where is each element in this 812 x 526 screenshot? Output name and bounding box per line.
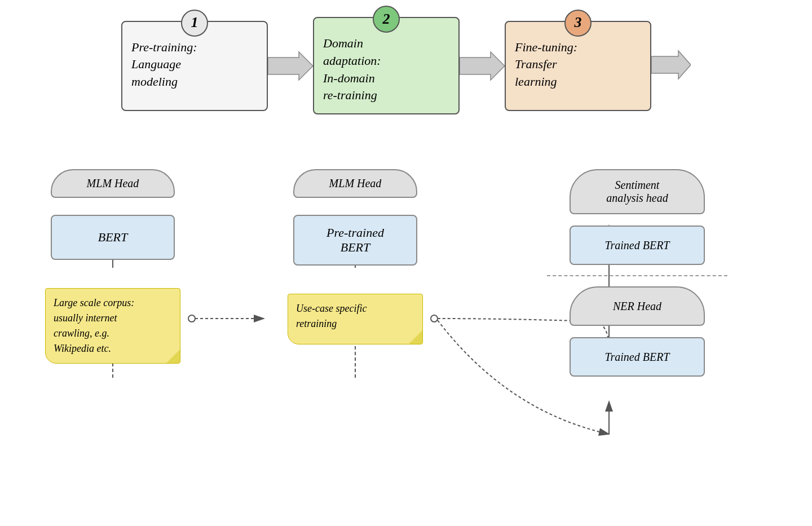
spacer xyxy=(541,326,733,337)
spacer xyxy=(34,198,192,215)
col3-ner-head: NER Head xyxy=(570,286,705,326)
bottom-section: MLM Head BERT Large scale corpus: usuall… xyxy=(0,158,812,526)
col1-corpus-text: Large scale corpus: usually internet cra… xyxy=(54,297,134,354)
stage1-badge: 1 xyxy=(181,10,208,37)
top-row: 1 Pre-training: Language modeling 2 Doma… xyxy=(0,17,812,114)
svg-marker-2 xyxy=(651,51,691,79)
stage1-box: 1 Pre-training: Language modeling xyxy=(121,21,268,111)
arrow-svg xyxy=(268,49,313,83)
arrow-svg-3 xyxy=(651,48,691,82)
col3-bottom-group: NER Head Trained BERT xyxy=(541,286,733,377)
svg-marker-1 xyxy=(460,52,505,80)
spacer2 xyxy=(271,266,440,294)
col3-trained-bert-bottom-label: Trained BERT xyxy=(604,351,669,364)
stage-2: 2 Domain adaptation: In-domain re-traini… xyxy=(313,17,460,114)
stage2-badge: 2 xyxy=(373,6,400,33)
stage-1: 1 Pre-training: Language modeling xyxy=(121,21,268,111)
col3-trained-bert-top: Trained BERT xyxy=(570,226,705,265)
col3-separator xyxy=(547,275,727,276)
stage-3: 3 Fine-tuning: Transfer learning xyxy=(505,21,691,111)
col2-corpus-text: Use-case specific retraining xyxy=(296,303,367,329)
col1-bert: BERT xyxy=(51,215,175,260)
spacer xyxy=(271,198,440,215)
stage3-box: 3 Fine-tuning: Transfer learning xyxy=(505,21,651,111)
col2-bert-label: Pre-trained BERT xyxy=(326,226,384,255)
col3-trained-bert-bottom: Trained BERT xyxy=(570,337,705,377)
col1-bert-label: BERT xyxy=(98,230,128,245)
arrow-2-3 xyxy=(460,49,505,83)
col2-bert: Pre-trained BERT xyxy=(293,215,417,266)
col1-mlm-label: MLM Head xyxy=(87,177,139,189)
col3-sentiment-head: Sentiment analysis head xyxy=(570,169,705,214)
stage2-text: Domain adaptation: In-domain re-training xyxy=(323,35,381,104)
svg-marker-0 xyxy=(268,52,313,80)
col1-mlm-head: MLM Head xyxy=(51,169,175,198)
col2-corpus: Use-case specific retraining xyxy=(288,294,423,344)
stage1-text: Pre-training: Language modeling xyxy=(131,39,197,91)
arrow-svg-2 xyxy=(460,49,505,83)
col3-trained-bert-top-label: Trained BERT xyxy=(604,239,669,252)
col3-sentiment-label: Sentiment analysis head xyxy=(606,179,668,205)
col3-top-group: Sentiment analysis head Trained BERT xyxy=(541,169,733,265)
arrow-1-2 xyxy=(268,49,313,83)
arrow-3-out xyxy=(651,48,691,84)
stage3-text: Fine-tuning: Transfer learning xyxy=(515,39,577,91)
col2-mlm-head: MLM Head xyxy=(293,169,417,198)
stage3-badge: 3 xyxy=(564,10,592,37)
col2-diagram: MLM Head Pre-trained BERT Use-case speci… xyxy=(271,169,440,344)
spacer xyxy=(541,214,733,226)
col1-corpus: Large scale corpus: usually internet cra… xyxy=(45,288,180,364)
col1-diagram: MLM Head BERT Large scale corpus: usuall… xyxy=(34,169,192,364)
col2-mlm-label: MLM Head xyxy=(329,177,382,189)
spacer2 xyxy=(34,260,192,288)
col3-diagram: Sentiment analysis head Trained BERT NER… xyxy=(541,169,733,377)
col3-ner-label: NER Head xyxy=(613,300,661,313)
stage2-box: 2 Domain adaptation: In-domain re-traini… xyxy=(313,17,460,114)
